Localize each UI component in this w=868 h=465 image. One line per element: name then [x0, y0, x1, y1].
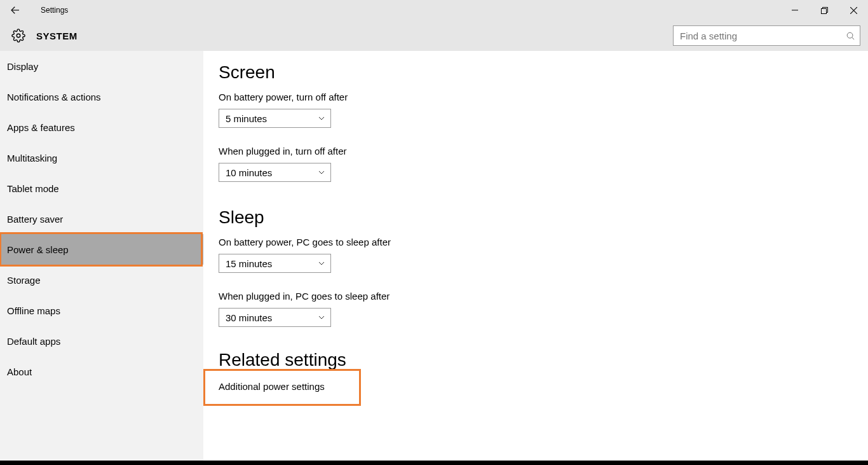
minimize-icon — [792, 7, 798, 13]
sidebar-item-default-apps[interactable]: Default apps — [0, 326, 203, 356]
sidebar-item-label: Default apps — [7, 336, 60, 347]
screen-battery-label: On battery power, turn off after — [219, 92, 868, 102]
sidebar: Display Notifications & actions Apps & f… — [0, 51, 203, 461]
arrow-left-icon — [10, 4, 21, 16]
sleep-plugged-label: When plugged in, PC goes to sleep after — [219, 291, 868, 302]
sidebar-item-offline-maps[interactable]: Offline maps — [0, 295, 203, 326]
page-subtitle: SYSTEM — [31, 31, 78, 41]
section-screen-title: Screen — [219, 62, 868, 83]
sidebar-item-label: Storage — [7, 275, 41, 286]
sidebar-item-label: Power & sleep — [7, 244, 69, 255]
window-title: Settings — [31, 6, 68, 15]
window-controls — [780, 0, 868, 20]
sleep-plugged-dropdown[interactable]: 30 minutes — [219, 308, 331, 327]
sidebar-item-power-sleep[interactable]: Power & sleep — [0, 234, 203, 265]
svg-line-7 — [851, 37, 853, 39]
sidebar-item-label: Display — [7, 61, 38, 72]
sidebar-item-display[interactable]: Display — [0, 51, 203, 81]
sleep-battery-label: On battery power, PC goes to sleep after — [219, 237, 868, 247]
related-link-wrapper: Additional power settings — [219, 373, 325, 400]
svg-rect-2 — [821, 8, 826, 13]
header-bar: Settings SYSTEM — [0, 0, 868, 51]
sidebar-item-storage[interactable]: Storage — [0, 265, 203, 295]
sidebar-item-label: Tablet mode — [7, 183, 59, 194]
chevron-down-icon — [318, 115, 325, 122]
search-input[interactable] — [674, 31, 841, 41]
maximize-button[interactable] — [810, 0, 839, 20]
chevron-down-icon — [318, 260, 325, 267]
maximize-icon — [821, 7, 828, 14]
screen-plugged-label: When plugged in, turn off after — [219, 146, 868, 156]
sidebar-item-label: Offline maps — [7, 305, 60, 316]
sidebar-item-about[interactable]: About — [0, 356, 203, 387]
sidebar-item-label: Apps & features — [7, 122, 75, 133]
screen-plugged-dropdown[interactable]: 10 minutes — [219, 163, 331, 182]
subheader: SYSTEM — [0, 20, 868, 51]
screen-battery-dropdown[interactable]: 5 minutes — [219, 109, 331, 128]
dropdown-value: 15 minutes — [226, 258, 272, 269]
sidebar-item-apps[interactable]: Apps & features — [0, 112, 203, 142]
content-area: Screen On battery power, turn off after … — [203, 51, 868, 461]
titlebar: Settings — [0, 0, 868, 20]
sleep-battery-dropdown[interactable]: 15 minutes — [219, 254, 331, 273]
close-icon — [850, 7, 857, 14]
section-sleep-title: Sleep — [219, 207, 868, 228]
sidebar-item-label: Battery saver — [7, 214, 63, 225]
section-related-title: Related settings — [219, 350, 868, 370]
chevron-down-icon — [318, 169, 325, 176]
sidebar-item-label: Notifications & actions — [7, 92, 101, 102]
chevron-down-icon — [318, 314, 325, 321]
body: Display Notifications & actions Apps & f… — [0, 51, 868, 461]
dropdown-value: 30 minutes — [226, 312, 272, 323]
search-box[interactable] — [673, 25, 860, 46]
sidebar-item-label: Multitasking — [7, 153, 57, 163]
search-icon — [841, 31, 860, 41]
sidebar-item-tablet-mode[interactable]: Tablet mode — [0, 173, 203, 204]
close-button[interactable] — [839, 0, 868, 20]
back-button[interactable] — [0, 0, 31, 20]
sidebar-item-label: About — [7, 366, 32, 377]
dropdown-value: 10 minutes — [226, 167, 272, 178]
taskbar[interactable] — [0, 461, 868, 465]
dropdown-value: 5 minutes — [226, 113, 267, 124]
sidebar-item-multitasking[interactable]: Multitasking — [0, 142, 203, 173]
svg-point-6 — [847, 32, 853, 38]
additional-power-settings-link[interactable]: Additional power settings — [219, 373, 325, 400]
svg-point-5 — [17, 34, 20, 38]
sidebar-item-notifications[interactable]: Notifications & actions — [0, 81, 203, 112]
gear-icon — [0, 29, 31, 43]
sidebar-item-battery-saver[interactable]: Battery saver — [0, 204, 203, 234]
minimize-button[interactable] — [780, 0, 810, 20]
